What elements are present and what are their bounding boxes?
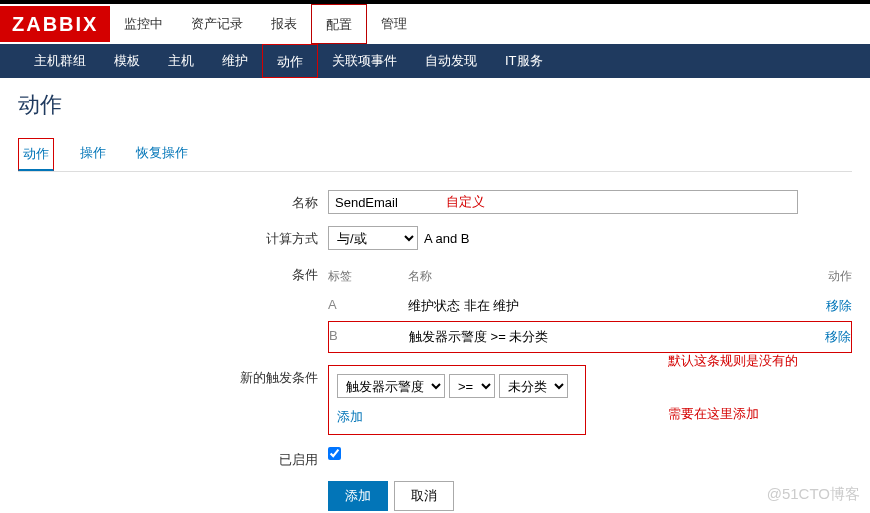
tab-recovery[interactable]: 恢复操作	[132, 138, 192, 171]
calc-note: A and B	[424, 231, 470, 246]
sub-nav: 主机群组 模板 主机 维护 动作 关联项事件 自动发现 IT服务	[0, 44, 870, 78]
topnav-configuration[interactable]: 配置	[311, 4, 367, 44]
cond-tag: A	[328, 297, 408, 315]
cond-name: 维护状态 非在 维护	[408, 297, 802, 315]
newcond-field-select[interactable]: 触发器示警度	[337, 374, 445, 398]
newcond-add-link[interactable]: 添加	[337, 408, 577, 426]
calc-label: 计算方式	[38, 226, 328, 248]
top-nav: 监控中 资产记录 报表 配置 管理	[110, 4, 421, 44]
subnav-hostgroups[interactable]: 主机群组	[20, 44, 100, 78]
subnav-maintenance[interactable]: 维护	[208, 44, 262, 78]
cond-row: A 维护状态 非在 维护 移除	[328, 291, 852, 321]
cond-remove-link[interactable]: 移除	[802, 297, 852, 315]
tab-operations[interactable]: 操作	[76, 138, 110, 171]
submit-button[interactable]: 添加	[328, 481, 388, 511]
cancel-button[interactable]: 取消	[394, 481, 454, 511]
newcond-label: 新的触发条件	[38, 365, 328, 387]
subnav-discovery[interactable]: 自动发现	[411, 44, 491, 78]
topnav-monitoring[interactable]: 监控中	[110, 4, 177, 44]
page-title: 动作	[18, 90, 852, 120]
enabled-label: 已启用	[38, 447, 328, 469]
name-input[interactable]	[328, 190, 798, 214]
logo: ZABBIX	[0, 6, 110, 42]
cond-name: 触发器示警度 >= 未分类	[409, 328, 801, 346]
cond-header-tag: 标签	[328, 268, 408, 285]
cond-row: B 触发器示警度 >= 未分类 移除	[328, 321, 852, 353]
tabs: 动作 操作 恢复操作	[18, 138, 852, 172]
subnav-templates[interactable]: 模板	[100, 44, 154, 78]
newcond-value-select[interactable]: 未分类	[499, 374, 568, 398]
name-hint: 自定义	[446, 193, 485, 211]
subnav-actions[interactable]: 动作	[262, 44, 318, 78]
cond-label: 条件	[38, 262, 328, 284]
topnav-administration[interactable]: 管理	[367, 4, 421, 44]
subnav-hosts[interactable]: 主机	[154, 44, 208, 78]
subnav-itservices[interactable]: IT服务	[491, 44, 557, 78]
enabled-checkbox[interactable]	[328, 447, 341, 460]
annotation-2: 需要在这里添加	[668, 405, 759, 423]
name-label: 名称	[38, 190, 328, 212]
cond-tag: B	[329, 328, 409, 346]
tab-action[interactable]: 动作	[18, 138, 54, 171]
watermark: @51CTO博客	[767, 485, 860, 504]
subnav-correlation[interactable]: 关联项事件	[318, 44, 411, 78]
calc-select[interactable]: 与/或	[328, 226, 418, 250]
newcond-op-select[interactable]: >=	[449, 374, 495, 398]
topnav-inventory[interactable]: 资产记录	[177, 4, 257, 44]
topnav-reports[interactable]: 报表	[257, 4, 311, 44]
cond-header-name: 名称	[408, 268, 802, 285]
cond-header-action: 动作	[802, 268, 852, 285]
cond-remove-link[interactable]: 移除	[801, 328, 851, 346]
